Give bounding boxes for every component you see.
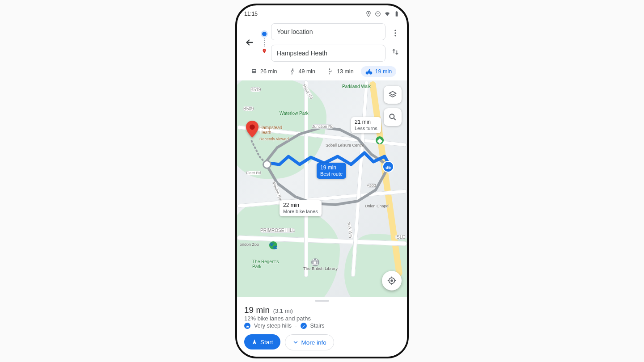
summary-lanes: 12% bike lanes and paths	[244, 315, 400, 322]
summary-time: 19 min	[244, 305, 270, 315]
sheet-grabber[interactable]	[315, 300, 329, 302]
poi-icon[interactable]: 🏛	[311, 258, 319, 266]
svg-point-15	[250, 125, 255, 130]
origin-marker[interactable]	[263, 160, 271, 169]
svg-point-3	[394, 30, 396, 31]
cycling-mode-tab[interactable]: 19 min	[361, 66, 397, 77]
tag-stairs: Stairs	[310, 323, 325, 329]
poi-icon[interactable]: 🐾	[269, 241, 277, 249]
svg-point-4	[394, 32, 396, 34]
map-canvas[interactable]: Hampstead Heath Recently viewed Parkland…	[237, 80, 407, 297]
svg-point-20	[391, 280, 393, 282]
svg-point-18	[390, 114, 394, 118]
battery-status-icon	[394, 11, 400, 17]
rideshare-mode-tab[interactable]: 13 min	[322, 66, 358, 77]
best-route-callout[interactable]: 19 min Best route	[317, 163, 346, 179]
svg-point-11	[329, 68, 330, 70]
svg-point-7	[253, 72, 254, 73]
route-summary-sheet[interactable]: 19 min (3.1 mi) 12% bike lanes and paths…	[237, 297, 407, 357]
status-bar: 11:15	[237, 5, 407, 21]
svg-point-14	[369, 69, 370, 71]
more-info-button[interactable]: More info	[285, 334, 334, 350]
map-label: Sobell Leisure Centre	[326, 143, 364, 147]
svg-point-2	[264, 50, 265, 51]
wifi-status-icon	[384, 11, 390, 17]
tag-steep-hills: Very steep hills	[254, 323, 292, 329]
summary-distance: (3.1 mi)	[273, 307, 293, 314]
map-label: York Way	[347, 221, 354, 239]
status-time: 11:15	[244, 11, 258, 17]
svg-point-8	[255, 72, 256, 73]
stairs-icon	[301, 323, 307, 329]
phone-frame: 11:15 Your location	[235, 4, 409, 358]
cycle-waypoint-icon	[382, 161, 394, 173]
route-endpoint-indicator	[262, 30, 267, 55]
alt-route-callout-1[interactable]: 21 min Less turns	[351, 117, 381, 133]
travel-mode-tabs: 26 min 49 min 13 min 19 min	[243, 62, 401, 80]
svg-point-5	[394, 35, 396, 36]
swap-button[interactable]	[390, 46, 401, 57]
svg-rect-9	[253, 70, 256, 71]
destination-input[interactable]: Hampstead Heath	[271, 45, 386, 62]
back-button[interactable]	[243, 36, 256, 49]
transit-mode-tab[interactable]: 26 min	[246, 66, 282, 77]
transit-icon	[250, 68, 258, 75]
overflow-menu-button[interactable]	[390, 28, 401, 38]
steep-hills-icon	[244, 323, 250, 329]
layers-button[interactable]	[384, 86, 402, 104]
svg-point-10	[292, 68, 293, 70]
destination-marker[interactable]	[246, 121, 258, 139]
cycling-icon	[365, 68, 373, 75]
location-status-icon	[365, 11, 372, 17]
directions-header: Your location Hampstead Heath 26 min	[237, 21, 407, 80]
map-label: Union Chapel	[365, 204, 390, 208]
walk-icon	[289, 68, 296, 75]
map-label: A503	[367, 183, 376, 188]
origin-dot-icon	[261, 30, 268, 38]
start-navigation-button[interactable]: Start	[244, 334, 280, 349]
map-label: Malden Rd	[272, 181, 283, 201]
alt-route-callout-2[interactable]: 22 min More bike lanes	[280, 200, 322, 216]
svg-point-0	[368, 13, 369, 13]
search-map-button[interactable]	[384, 108, 402, 126]
walk-mode-tab[interactable]: 49 min	[284, 66, 320, 77]
rideshare-icon	[327, 68, 334, 75]
destination-pin-icon	[262, 47, 267, 55]
poi-icon[interactable]: ◆	[376, 136, 384, 144]
my-location-button[interactable]	[382, 271, 402, 290]
dnd-status-icon	[375, 11, 381, 17]
origin-input[interactable]: Your location	[271, 23, 386, 40]
